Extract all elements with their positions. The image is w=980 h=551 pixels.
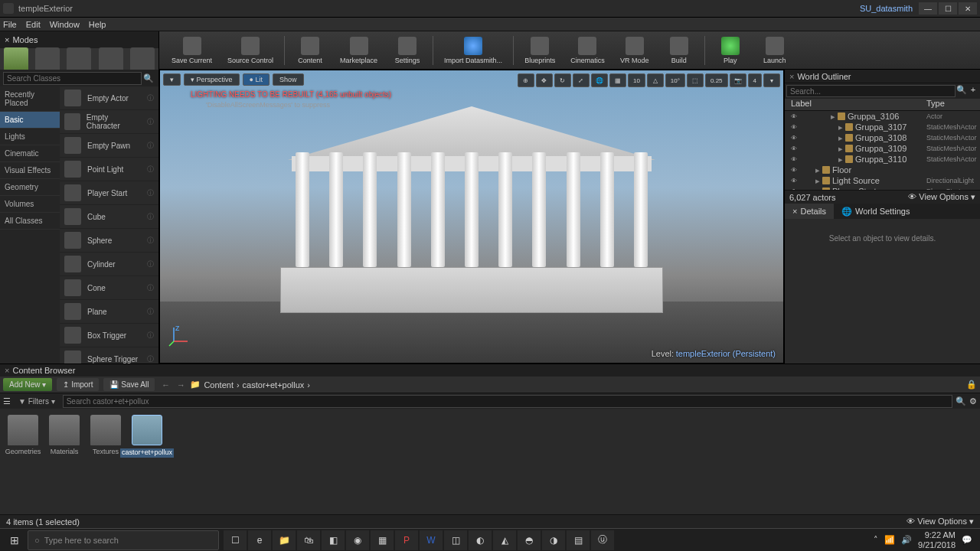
cb-item-materials[interactable]: Materials: [47, 415, 81, 456]
outliner-view-options[interactable]: 👁 View Options ▾: [908, 192, 975, 202]
powerpoint-icon[interactable]: P: [395, 530, 418, 550]
geometry-mode-icon[interactable]: [130, 47, 155, 72]
modes-search-input[interactable]: [3, 72, 142, 85]
vp-world-icon[interactable]: 🌐: [591, 73, 608, 87]
cb-settings-icon[interactable]: ⚙: [969, 396, 977, 406]
category-lights[interactable]: Lights: [0, 129, 60, 145]
toolbar-settings-button[interactable]: Settings: [388, 33, 426, 68]
modes-panel-tab[interactable]: ×Modes: [0, 31, 158, 48]
category-geometry[interactable]: Geometry: [0, 179, 60, 196]
toolbar-save-current-button[interactable]: Save Current: [167, 33, 217, 68]
outliner-item[interactable]: 👁▸Gruppa_3109StaticMeshActor: [785, 143, 980, 154]
store-icon[interactable]: 🛍: [297, 530, 320, 550]
breadcrumb-content[interactable]: Content: [204, 380, 234, 390]
menu-help[interactable]: Help: [89, 20, 106, 29]
taskbar-clock[interactable]: 9:22 AM9/21/2018: [918, 530, 956, 549]
place-cone[interactable]: Coneⓘ: [60, 276, 158, 300]
app-icon[interactable]: ▦: [371, 530, 394, 550]
toolbar-build-button[interactable]: Build: [660, 33, 698, 68]
place-sphere[interactable]: Sphereⓘ: [60, 229, 158, 253]
toolbar-blueprints-button[interactable]: Blueprints: [520, 33, 560, 68]
place-sphere-trigger[interactable]: Sphere Triggerⓘ: [60, 347, 158, 364]
cb-search-input[interactable]: [63, 395, 952, 408]
menu-file[interactable]: File: [3, 20, 17, 29]
app-icon[interactable]: ◫: [444, 530, 467, 550]
toolbar-play-button[interactable]: Play: [711, 33, 750, 68]
vp-grid-snap-icon[interactable]: ▦: [609, 73, 626, 87]
app-icon[interactable]: ◧: [322, 530, 345, 550]
cb-forward-icon[interactable]: →: [175, 380, 187, 390]
vp-scale-value[interactable]: 0.25: [705, 73, 728, 87]
outliner-col-label[interactable]: Label: [785, 99, 926, 110]
unreal-icon[interactable]: ⓤ: [591, 530, 614, 550]
cb-back-icon[interactable]: ←: [159, 380, 172, 390]
edge-icon[interactable]: e: [248, 530, 271, 550]
vp-lit-button[interactable]: ● Lit: [243, 73, 270, 86]
close-button[interactable]: ✕: [959, 2, 977, 15]
taskbar-search[interactable]: ○Type here to search: [28, 530, 219, 550]
outliner-item[interactable]: 👁▸Gruppa_3108StaticMeshActor: [785, 132, 980, 143]
place-plane[interactable]: Planeⓘ: [60, 300, 158, 324]
vp-transform-icon[interactable]: ⊕: [518, 73, 534, 87]
category-recently-placed[interactable]: Recently Placed: [0, 86, 60, 112]
folder-icon[interactable]: 📁: [190, 380, 201, 390]
word-icon[interactable]: W: [420, 530, 443, 550]
cb-save-all-button[interactable]: 💾 Save All: [103, 378, 155, 391]
vp-angle-value[interactable]: 10°: [665, 73, 685, 87]
toolbar-marketplace-button[interactable]: Marketplace: [335, 33, 382, 68]
outliner-item[interactable]: 👁▸Gruppa_3110StaticMeshActor: [785, 154, 980, 165]
vp-camera-icon[interactable]: 📷: [730, 73, 746, 87]
category-visual-effects[interactable]: Visual Effects: [0, 162, 60, 179]
cb-view-options[interactable]: 👁 View Options ▾: [906, 517, 974, 527]
app-icon[interactable]: ◐: [469, 530, 492, 550]
cb-sources-icon[interactable]: ☰: [3, 396, 11, 406]
vp-angle-snap-icon[interactable]: △: [647, 73, 664, 87]
search-icon[interactable]: 🔍: [142, 73, 155, 83]
vp-maximize-icon[interactable]: ▾: [763, 73, 780, 87]
app-icon[interactable]: ◓: [518, 530, 541, 550]
cb-item-textures[interactable]: Textures: [89, 415, 122, 456]
cb-item-castor-et-pollux[interactable]: castor+et+pollux: [130, 415, 164, 458]
outliner-item[interactable]: 👁▸Floor: [785, 165, 980, 175]
vp-perspective-button[interactable]: ▾ Perspective: [184, 73, 240, 86]
toolbar-content-button[interactable]: Content: [291, 33, 329, 68]
vp-grid-value[interactable]: 10: [628, 73, 645, 87]
search-icon[interactable]: 🔍: [956, 396, 966, 406]
foliage-mode-icon[interactable]: [99, 47, 123, 72]
app-icon[interactable]: ◑: [542, 530, 565, 550]
cb-filters-button[interactable]: ▼ Filters ▾: [14, 396, 60, 407]
tray-network-icon[interactable]: 📶: [884, 535, 895, 545]
category-volumes[interactable]: Volumes: [0, 196, 60, 213]
category-cinematic[interactable]: Cinematic: [0, 145, 60, 162]
tab-details[interactable]: ×Details: [785, 204, 834, 219]
cb-add-new-button[interactable]: Add New ▾: [3, 378, 52, 391]
vp-rotate-icon[interactable]: ↻: [554, 73, 571, 87]
notifications-icon[interactable]: 💬: [962, 535, 972, 545]
cb-lock-icon[interactable]: 🔒: [966, 380, 977, 390]
tray-up-icon[interactable]: ˄: [874, 535, 878, 545]
vp-scale-snap-icon[interactable]: ⬚: [687, 73, 704, 87]
outliner-col-type[interactable]: Type: [926, 99, 980, 110]
start-button[interactable]: ⊞: [2, 530, 28, 550]
breadcrumb-folder[interactable]: castor+et+pollux: [243, 380, 305, 390]
place-empty-actor[interactable]: Empty Actorⓘ: [60, 86, 158, 110]
category-all-classes[interactable]: All Classes: [0, 213, 60, 230]
place-empty-pawn[interactable]: Empty Pawnⓘ: [60, 134, 158, 158]
vp-show-button[interactable]: Show: [273, 73, 304, 86]
toolbar-vr-mode-button[interactable]: VR Mode: [616, 33, 654, 68]
minimize-button[interactable]: —: [919, 2, 937, 15]
vp-menu-button[interactable]: ▾: [163, 73, 181, 86]
toolbar-cinematics-button[interactable]: Cinematics: [566, 33, 609, 68]
tab-world-settings[interactable]: 🌐World Settings: [834, 204, 917, 219]
landscape-mode-icon[interactable]: [67, 47, 91, 72]
app-icon[interactable]: ◭: [493, 530, 516, 550]
chrome-icon[interactable]: ◉: [346, 530, 369, 550]
search-icon[interactable]: 🔍: [956, 85, 968, 97]
menu-edit[interactable]: Edit: [26, 20, 41, 29]
app-icon[interactable]: ▤: [567, 530, 590, 550]
explorer-icon[interactable]: 📁: [273, 530, 296, 550]
place-point-light[interactable]: Point Lightⓘ: [60, 158, 158, 181]
cb-item-geometries[interactable]: Geometries: [6, 415, 40, 456]
add-icon[interactable]: +: [968, 85, 978, 97]
toolbar-source-control-button[interactable]: Source Control: [223, 33, 278, 68]
